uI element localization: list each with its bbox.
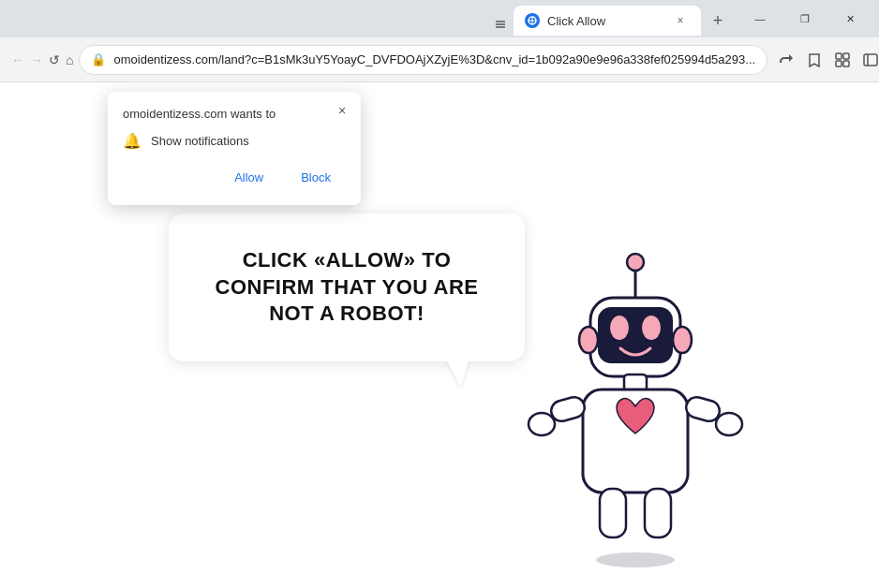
- bell-icon: 🔔: [123, 132, 142, 150]
- popup-title: omoidentizess.com wants to: [123, 107, 346, 121]
- restore-btn[interactable]: ❐: [783, 4, 827, 34]
- block-button[interactable]: Block: [286, 165, 346, 190]
- home-btn[interactable]: ⌂: [66, 47, 73, 73]
- popup-buttons: Allow Block: [123, 165, 346, 190]
- extension-btn[interactable]: [829, 47, 856, 73]
- close-btn[interactable]: ✕: [828, 4, 872, 34]
- tab-close-btn[interactable]: ×: [671, 11, 690, 30]
- forward-btn[interactable]: →: [30, 47, 43, 73]
- svg-rect-6: [843, 61, 849, 66]
- robot-illustration: [523, 251, 748, 588]
- svg-point-17: [610, 316, 629, 340]
- svg-point-19: [579, 327, 598, 353]
- svg-rect-4: [843, 53, 849, 59]
- notification-row: 🔔 Show notifications: [123, 132, 346, 150]
- title-bar: Click Allow × + — ❐ ✕: [0, 0, 879, 37]
- bookmark-btn[interactable]: [801, 47, 827, 73]
- sidebar-btn[interactable]: [857, 47, 879, 73]
- bubble-text: CLICK «ALLOW» TO CONFIRM THAT YOU ARE NO…: [206, 247, 487, 328]
- page-content: × omoidentizess.com wants to 🔔 Show noti…: [0, 82, 879, 588]
- svg-point-26: [716, 413, 742, 435]
- speech-bubble: CLICK «ALLOW» TO CONFIRM THAT YOU ARE NO…: [169, 213, 525, 361]
- back-btn[interactable]: ←: [11, 47, 24, 73]
- lock-icon: 🔒: [91, 52, 106, 66]
- svg-rect-27: [600, 489, 626, 537]
- browser-frame: Click Allow × + — ❐ ✕ ← → ↺ ⌂ 🔒 omoident…: [0, 0, 879, 588]
- svg-rect-22: [583, 390, 688, 492]
- robot-svg: [523, 251, 748, 588]
- svg-point-20: [673, 327, 692, 353]
- refresh-btn[interactable]: ↺: [49, 47, 60, 73]
- allow-button[interactable]: Allow: [219, 165, 278, 190]
- minimize-btn[interactable]: —: [738, 4, 782, 34]
- active-tab[interactable]: Click Allow ×: [514, 6, 701, 36]
- notification-popup: × omoidentizess.com wants to 🔔 Show noti…: [108, 92, 361, 205]
- svg-point-18: [642, 316, 661, 340]
- window-controls: — ❐ ✕: [738, 4, 872, 34]
- svg-rect-3: [836, 53, 842, 59]
- popup-close-btn[interactable]: ×: [331, 99, 353, 122]
- address-bar: ← → ↺ ⌂ 🔒 omoidentizess.com/land?c=B1sMk…: [0, 37, 879, 82]
- notification-label: Show notifications: [151, 134, 249, 148]
- svg-rect-5: [836, 61, 842, 66]
- share-btn[interactable]: [773, 47, 799, 73]
- tab-overflow-btn[interactable]: [489, 13, 512, 36]
- svg-rect-28: [645, 489, 671, 537]
- tab-title: Click Allow: [547, 14, 663, 28]
- toolbar-actions: [773, 47, 879, 73]
- tab-favicon: [525, 13, 540, 28]
- url-text: omoidentizess.com/land?c=B1sMk3uY5YoayC_…: [113, 52, 755, 66]
- url-bar[interactable]: 🔒 omoidentizess.com/land?c=B1sMk3uY5Yoay…: [79, 45, 767, 75]
- new-tab-btn[interactable]: +: [705, 7, 731, 34]
- svg-point-29: [596, 552, 675, 567]
- svg-rect-7: [864, 54, 877, 66]
- svg-point-24: [529, 413, 555, 435]
- svg-point-14: [627, 254, 644, 271]
